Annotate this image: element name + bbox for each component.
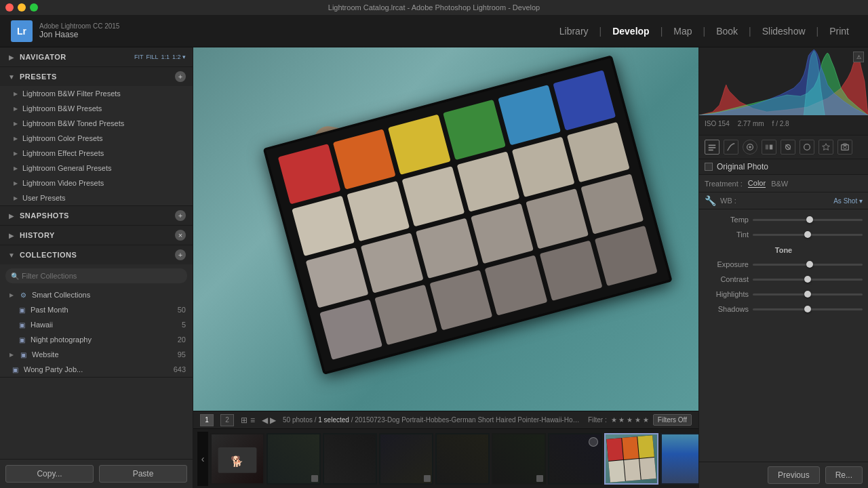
preset-item-color[interactable]: ▶ Lightroom Color Presets [0, 131, 193, 146]
nav-book[interactable]: Book [708, 23, 746, 39]
temp-slider[interactable] [753, 219, 863, 221]
preset-item-video[interactable]: ▶ Lightroom Video Presets [0, 176, 193, 190]
collections-add-btn[interactable]: + [175, 249, 186, 260]
collections-header[interactable]: ▼ Collections + [0, 245, 193, 264]
nav-next-arrow[interactable]: ▶ [270, 415, 276, 425]
snapshots-header[interactable]: ▶ Snapshots + [0, 206, 193, 225]
preset-item-general[interactable]: ▶ Lightroom General Presets [0, 161, 193, 176]
maximize-button[interactable] [30, 3, 38, 12]
original-photo-checkbox[interactable] [705, 163, 713, 171]
svg-rect-3 [709, 147, 716, 148]
treatment-color-btn[interactable]: Color [748, 179, 766, 188]
history-header[interactable]: ▶ History × [0, 226, 193, 245]
close-button[interactable] [5, 3, 14, 12]
grid-view-icon[interactable]: ⊞ [241, 415, 248, 425]
navigator-ratio-btn[interactable]: 1:2 ▾ [172, 54, 186, 60]
list-view-icon[interactable]: ≡ [250, 415, 255, 425]
rt-detail-icon[interactable] [781, 140, 795, 155]
rt-basic-icon[interactable] [705, 140, 719, 155]
rt-camera-calib-icon[interactable] [837, 140, 852, 155]
wb-eyedropper-icon[interactable]: 🔧 [705, 195, 716, 206]
tint-slider[interactable] [753, 234, 863, 236]
histogram-warning-btn[interactable]: ⚠ [853, 52, 864, 62]
collections-search-input[interactable] [22, 272, 182, 280]
preset-arrow-icon: ▶ [14, 150, 19, 157]
history-clear-btn[interactable]: × [175, 230, 186, 241]
collection-item-wongparty[interactable]: ▣ Wong Party Job... 643 [0, 362, 193, 377]
contrast-thumb[interactable] [804, 276, 811, 283]
rt-lens-icon[interactable] [800, 140, 814, 155]
thumbnail-5[interactable] [435, 433, 490, 485]
thumbnail-7[interactable] [548, 433, 602, 485]
nav-prev-arrow[interactable]: ◀ [262, 415, 268, 425]
nav-develop[interactable]: Develop [604, 23, 657, 39]
navigator-header[interactable]: ▶ Navigator FIT FILL 1:1 1:2 ▾ [0, 47, 193, 66]
shadows-slider-row: Shadows [699, 302, 868, 317]
preset-item-bwtoned[interactable]: ▶ Lightroom B&W Toned Presets [0, 116, 193, 131]
exposure-slider[interactable] [753, 264, 863, 266]
tint-thumb[interactable] [804, 231, 811, 238]
rt-tone-curve-icon[interactable] [724, 140, 738, 155]
page-2-btn[interactable]: 2 [220, 414, 234, 426]
collections-toggle-icon: ▼ [7, 250, 16, 260]
nav-map[interactable]: Map [665, 23, 700, 39]
thumbnail-8[interactable] [604, 433, 658, 485]
contrast-slider[interactable] [753, 279, 863, 281]
nav-library[interactable]: Library [551, 23, 597, 39]
thumbnail-9[interactable] [660, 433, 698, 485]
svg-marker-12 [823, 144, 830, 150]
collection-item-smart[interactable]: ▶ ⚙ Smart Collections [0, 287, 193, 302]
rt-effects-icon[interactable] [818, 140, 833, 155]
filmstrip-prev-btn[interactable]: ‹ [197, 432, 208, 486]
treatment-bw-btn[interactable]: B&W [771, 180, 788, 188]
shadows-slider[interactable] [753, 308, 863, 310]
preset-item-effect[interactable]: ▶ Lightroom Effect Presets [0, 146, 193, 161]
collection-item-pastmonth[interactable]: ▣ Past Month 50 [0, 302, 193, 317]
exposure-thumb[interactable] [806, 261, 813, 268]
preset-item-bwfilter[interactable]: ▶ Lightroom B&W Filter Presets [0, 86, 193, 101]
page-1-btn[interactable]: 1 [200, 414, 214, 426]
temp-thumb[interactable] [806, 216, 813, 223]
thumbnail-6[interactable] [492, 433, 546, 485]
paste-button[interactable]: Paste [99, 465, 187, 483]
thumbnail-4[interactable] [379, 433, 433, 485]
thumbnail-1[interactable]: 🐕 [210, 433, 264, 485]
cc-mid4 [471, 203, 534, 264]
preset-item-bw[interactable]: ▶ Lightroom B&W Presets [0, 101, 193, 116]
highlights-label: Highlights [705, 290, 749, 298]
collections-search[interactable]: 🔍 [5, 268, 187, 283]
rt-split-toning-icon[interactable] [762, 140, 776, 155]
reset-button[interactable]: Re... [825, 466, 863, 484]
presets-header[interactable]: ▼ Presets + [0, 67, 193, 86]
snapshots-add-btn[interactable]: + [175, 210, 186, 221]
thumbnail-2[interactable] [267, 433, 321, 485]
collections-list: ▶ ⚙ Smart Collections ▣ Past Month 50 ▣ … [0, 287, 193, 377]
center: 1 2 ⊞ ≡ ◀ ▶ 50 photos / 1 selected / 201… [193, 47, 698, 488]
original-photo-label: Original Photo [717, 162, 768, 171]
collection-item-hawaii[interactable]: ▣ Hawaii 5 [0, 317, 193, 332]
presets-add-btn[interactable]: + [175, 71, 186, 82]
preset-item-user[interactable]: ▶ User Presets [0, 190, 193, 205]
highlights-slider[interactable] [753, 293, 863, 296]
topbar: Lr Adobe Lightroom CC 2015 Jon Haase Lib… [0, 15, 868, 47]
collection-item-website[interactable]: ▶ ▣ Website 95 [0, 347, 193, 362]
wb-value[interactable]: As Shot ▾ [833, 197, 863, 205]
navigator-fit-btn[interactable]: FIT [134, 54, 144, 60]
minimize-button[interactable] [18, 3, 26, 12]
star-rating-filter[interactable]: ★ ★ ★ ★ ★ [611, 416, 649, 424]
thumbnail-3[interactable] [323, 433, 377, 485]
tint-slider-row: Tint [699, 227, 868, 242]
filmstrip[interactable]: ‹ 🐕 [193, 428, 698, 488]
snapshots-toggle-icon: ▶ [7, 211, 16, 220]
filters-off-button[interactable]: Filters Off [653, 414, 692, 426]
nav-slideshow[interactable]: Slideshow [754, 23, 814, 39]
nav-print[interactable]: Print [821, 23, 857, 39]
navigator-fill-btn[interactable]: FILL [146, 54, 158, 60]
highlights-thumb[interactable] [804, 291, 811, 298]
copy-button[interactable]: Copy... [5, 465, 94, 483]
shadows-thumb[interactable] [804, 306, 811, 312]
collection-item-night[interactable]: ▣ Night photography 20 [0, 332, 193, 347]
navigator-1to1-btn[interactable]: 1:1 [161, 54, 170, 60]
previous-button[interactable]: Previous [768, 466, 820, 484]
rt-hsl-icon[interactable] [743, 140, 757, 155]
